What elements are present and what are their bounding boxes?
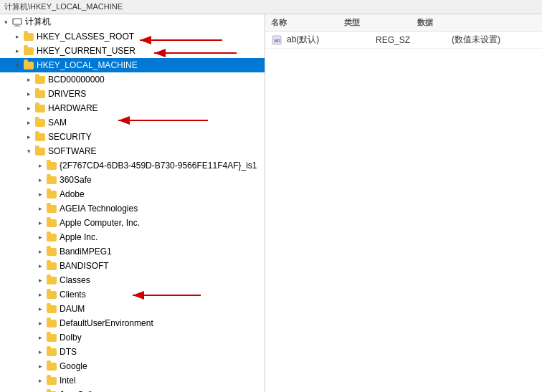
expand-icon-bandimpeg[interactable]: ▸: [34, 246, 46, 257]
tree-item-drivers[interactable]: ▸DRIVERS: [0, 87, 265, 101]
tree-label-computer: 计算机: [25, 16, 51, 28]
expand-icon-apple_inc[interactable]: ▸: [34, 231, 46, 243]
tree-label-apple_computer: Apple Computer, Inc.: [60, 218, 140, 228]
folder-icon-drivers: [34, 88, 46, 100]
expand-icon-current_user[interactable]: ▸: [11, 45, 23, 57]
tree-label-classes: Classes: [60, 275, 90, 285]
folder-icon-local_machine: [23, 59, 34, 71]
tree-item-dolby[interactable]: ▸Dolby: [0, 330, 265, 345]
tree-label-apple_inc: Apple Inc.: [60, 232, 98, 242]
folder-icon-software: [34, 145, 46, 157]
tree-label-daum: DAUM: [60, 304, 85, 314]
tree-label-ageia: AGEIA Technologies: [60, 204, 138, 214]
tree-label-bandisoft: BANDISOFT: [60, 261, 109, 271]
tree-label-guid: {2F767CD4-6DB3-459D-B730-9566FE11F4AF}_i…: [60, 161, 257, 171]
expand-icon-security[interactable]: ▸: [23, 131, 34, 143]
folder-icon-hardware: [34, 102, 46, 114]
tree-item-clients[interactable]: ▸Clients: [0, 287, 265, 302]
tree-label-local_machine: HKEY_LOCAL_MACHINE: [37, 60, 138, 70]
svg-rect-5: [13, 19, 22, 24]
tree-item-classes_root[interactable]: ▸HKEY_CLASSES_ROOT: [0, 29, 265, 44]
tree-label-google: Google: [60, 361, 87, 371]
expand-icon-ageia[interactable]: ▸: [34, 203, 46, 214]
tree-item-daum[interactable]: ▸DAUM: [0, 302, 265, 316]
folder-icon-adobe: [46, 188, 57, 200]
left-pane: ▾计算机▸HKEY_CLASSES_ROOT▸HKEY_CURRENT_USER…: [0, 14, 265, 392]
tree-item-security[interactable]: ▸SECURITY: [0, 130, 265, 144]
folder-icon-apple_inc: [46, 231, 57, 243]
right-entries: abab(默认)REG_SZ(数值未设置): [265, 32, 542, 49]
svg-rect-7: [14, 26, 21, 27]
expand-icon-javasoft[interactable]: ▸: [34, 389, 46, 392]
folder-icon-sam: [34, 117, 46, 128]
folder-icon-classes_root: [23, 31, 34, 42]
tree-item-apple_inc[interactable]: ▸Apple Inc.: [0, 230, 265, 244]
folder-icon-daum: [46, 303, 57, 315]
folder-icon-ageia: [46, 203, 57, 214]
tree-item-google[interactable]: ▸Google: [0, 359, 265, 373]
expand-icon-daum[interactable]: ▸: [34, 303, 46, 315]
tree-item-bandimpeg[interactable]: ▸BandiMPEG1: [0, 244, 265, 259]
expand-icon-dts[interactable]: ▸: [34, 346, 46, 358]
expand-icon-drivers[interactable]: ▸: [23, 88, 34, 100]
tree-label-defaultuser: DefaultUserEnvironment: [60, 318, 153, 328]
entry-name-0: ab(默认): [287, 34, 371, 46]
tree-label-clients: Clients: [60, 290, 86, 300]
expand-icon-apple_computer[interactable]: ▸: [34, 217, 46, 229]
expand-icon-guid[interactable]: ▸: [34, 160, 46, 171]
folder-icon-bandimpeg: [46, 246, 57, 257]
tree-item-defaultuser[interactable]: ▸DefaultUserEnvironment: [0, 316, 265, 330]
tree-item-hardware[interactable]: ▸HARDWARE: [0, 101, 265, 115]
folder-icon-bandisoft: [46, 260, 57, 272]
tree-label-drivers: DRIVERS: [48, 89, 86, 99]
tree-item-computer[interactable]: ▾计算机: [0, 14, 265, 29]
tree-item-sam[interactable]: ▸SAM: [0, 115, 265, 130]
folder-icon-google: [46, 360, 57, 372]
expand-icon-defaultuser[interactable]: ▸: [34, 317, 46, 329]
expand-icon-google[interactable]: ▸: [34, 360, 46, 372]
tree-item-bcd[interactable]: ▸BCD00000000: [0, 72, 265, 87]
expand-icon-sam[interactable]: ▸: [23, 117, 34, 128]
tree-label-hardware: HARDWARE: [48, 103, 98, 113]
expand-icon-adobe[interactable]: ▸: [34, 188, 46, 200]
tree-item-360safe[interactable]: ▸360Safe: [0, 173, 265, 187]
tree-item-current_user[interactable]: ▸HKEY_CURRENT_USER: [0, 44, 265, 58]
expand-icon-software[interactable]: ▾: [23, 145, 34, 157]
tree-item-guid[interactable]: ▸{2F767CD4-6DB3-459D-B730-9566FE11F4AF}_…: [0, 158, 265, 173]
tree-item-local_machine[interactable]: ▾HKEY_LOCAL_MACHINE: [0, 58, 265, 72]
right-entry-0[interactable]: abab(默认)REG_SZ(数值未设置): [265, 32, 542, 49]
tree-label-360safe: 360Safe: [60, 175, 92, 185]
expand-icon-360safe[interactable]: ▸: [34, 174, 46, 186]
tree-label-sam: SAM: [48, 118, 67, 128]
svg-rect-6: [15, 24, 19, 26]
expand-icon-bcd[interactable]: ▸: [23, 74, 34, 85]
tree-label-software: SOFTWARE: [48, 146, 97, 156]
tree-item-dts[interactable]: ▸DTS: [0, 345, 265, 359]
expand-icon-intel[interactable]: ▸: [34, 375, 46, 386]
tree-item-classes[interactable]: ▸Classes: [0, 273, 265, 287]
tree-item-intel[interactable]: ▸Intel: [0, 373, 265, 388]
expand-icon-local_machine[interactable]: ▾: [11, 59, 23, 71]
folder-icon-computer: [11, 16, 23, 28]
tree-item-software[interactable]: ▾SOFTWARE: [0, 144, 265, 158]
expand-icon-bandisoft[interactable]: ▸: [34, 260, 46, 272]
main-container: ▾计算机▸HKEY_CLASSES_ROOT▸HKEY_CURRENT_USER…: [0, 14, 542, 392]
expand-icon-clients[interactable]: ▸: [34, 289, 46, 300]
expand-icon-dolby[interactable]: ▸: [34, 332, 46, 343]
tree-item-ageia[interactable]: ▸AGEIA Technologies: [0, 201, 265, 216]
tree-item-javasoft[interactable]: ▸JavaSoft: [0, 388, 265, 392]
folder-icon-360safe: [46, 174, 57, 186]
expand-icon-computer[interactable]: ▾: [0, 16, 11, 28]
tree-item-adobe[interactable]: ▸Adobe: [0, 187, 265, 201]
col-name-header: 名称: [271, 17, 287, 28]
tree-item-apple_computer[interactable]: ▸Apple Computer, Inc.: [0, 216, 265, 230]
expand-icon-classes_root[interactable]: ▸: [11, 31, 23, 42]
expand-icon-hardware[interactable]: ▸: [23, 102, 34, 114]
folder-icon-current_user: [23, 45, 34, 57]
folder-icon-clients: [46, 289, 57, 300]
tree-label-intel: Intel: [60, 376, 76, 386]
tree-item-bandisoft[interactable]: ▸BANDISOFT: [0, 259, 265, 273]
tree-label-current_user: HKEY_CURRENT_USER: [37, 46, 136, 56]
tree-label-security: SECURITY: [48, 132, 92, 142]
expand-icon-classes[interactable]: ▸: [34, 274, 46, 286]
